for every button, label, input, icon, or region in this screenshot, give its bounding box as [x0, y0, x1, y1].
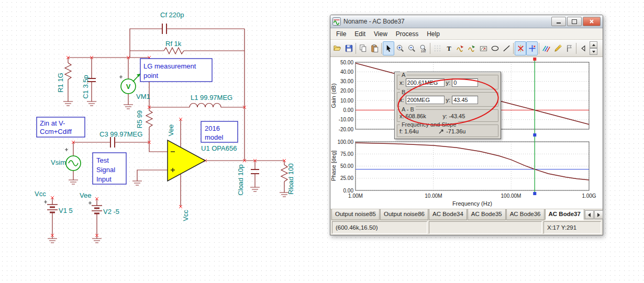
cursor-b-icon — [528, 44, 537, 53]
minimize-button[interactable] — [551, 17, 566, 26]
toolbar-separator — [513, 43, 514, 54]
save-button[interactable] — [343, 41, 354, 55]
cursor-b-tool-button[interactable] — [526, 41, 538, 55]
note-text: 2016 — [205, 124, 220, 132]
x-label: x: — [399, 80, 404, 86]
cursor-diff-x-value: 608.86k — [406, 113, 441, 119]
x-tick: 100.00M — [501, 193, 521, 199]
lg-measurement-note[interactable]: LG measurement point — [140, 59, 212, 82]
resistor-r5[interactable] — [146, 110, 152, 127]
circuit-schematic[interactable]: V LG measurement point Zin at V- Ccm+Cdi… — [0, 0, 327, 283]
label-vee-v2: Vee — [80, 191, 91, 199]
open-button[interactable] — [331, 41, 343, 55]
frequency-meter-button[interactable] — [478, 41, 489, 55]
tab-ac-bode36[interactable]: AC Bode36 — [506, 209, 545, 220]
resistor-r1[interactable] — [65, 63, 71, 80]
menu-item-view[interactable]: View — [370, 29, 392, 39]
zin-note[interactable]: Zin at V- Ccm+Cdiff — [37, 117, 85, 137]
pen-tool-button[interactable] — [552, 41, 563, 55]
tab-ac-bode34[interactable]: AC Bode34 — [429, 209, 467, 220]
source-vsim[interactable] — [66, 156, 81, 171]
tab-scroll-right-button[interactable] — [594, 210, 603, 219]
capacitor-c3[interactable] — [110, 137, 115, 148]
menu-item-help[interactable]: Help — [423, 29, 444, 39]
paste-button[interactable] — [369, 41, 380, 55]
maximize-button[interactable] — [567, 17, 582, 26]
zoom-100-icon: 100 — [419, 44, 428, 53]
note-text: point — [143, 72, 159, 80]
capacitor-cload[interactable] — [251, 169, 259, 174]
resistor-rf[interactable] — [164, 48, 184, 54]
tab-ac-bode35[interactable]: AC Bode35 — [468, 209, 506, 220]
status-coordinates: (600.46k,16.50) — [332, 221, 427, 234]
window-title: Noname - AC Bode37 — [343, 18, 550, 25]
gain-axis-label: Gain (dB) — [330, 83, 337, 108]
gain-tick: -20.00 — [339, 127, 354, 132]
line-tool-button[interactable] — [501, 41, 512, 55]
copy-button[interactable] — [357, 41, 369, 55]
pointer-tool-button[interactable] — [383, 41, 394, 55]
statusbar: (600.46k,16.50) X:17 Y:291 — [330, 220, 603, 235]
x-tick: 1.00M — [348, 193, 363, 199]
capacitor-cf[interactable] — [162, 24, 166, 34]
tab-scroll-left-button[interactable] — [585, 210, 594, 219]
ellipse-tool-button[interactable] — [489, 41, 501, 55]
close-button[interactable] — [583, 17, 601, 26]
note-text: Signal — [96, 166, 115, 174]
menu-item-edit[interactable]: Edit — [350, 29, 370, 39]
plot-area: 50.00 40.00 30.00 20.00 10.00 0.00 -10.0… — [330, 57, 603, 209]
cursor-handle-bottom[interactable] — [533, 192, 536, 195]
label-c1: C1 3.5p — [82, 75, 90, 99]
slope-arrow-icon — [438, 128, 445, 134]
tab-ac-bode37[interactable]: AC Bode37 — [545, 209, 584, 220]
slope-value: -71.36u — [446, 128, 465, 134]
cursor-handle-mid[interactable] — [533, 133, 536, 137]
test-signal-note[interactable]: Test Signal Input — [93, 153, 126, 184]
toolbar-separator — [430, 43, 430, 54]
cursor-a-tool-button[interactable] — [515, 41, 526, 55]
close-icon — [589, 19, 594, 24]
probe-b-button[interactable] — [466, 41, 478, 55]
slope-lines-button[interactable] — [540, 41, 552, 55]
cursor-diff-y-value: -43.45 — [449, 113, 465, 119]
label-cload: Cload 10p — [237, 164, 245, 195]
cursor-b-y-input[interactable]: 43.45 — [452, 96, 478, 104]
desktop: V LG measurement point Zin at V- Ccm+Cdi… — [0, 0, 644, 283]
spin-down-button[interactable] — [590, 48, 597, 55]
model-note[interactable]: 2016 model — [201, 121, 238, 142]
scroll-left-button[interactable] — [578, 41, 589, 55]
gain-tick: 50.00 — [340, 60, 353, 65]
text-tool-button[interactable]: T — [443, 41, 454, 55]
opamp-u1[interactable] — [168, 140, 205, 181]
menu-item-file[interactable]: File — [332, 29, 350, 39]
titlebar[interactable]: Noname - AC Bode37 — [330, 15, 603, 28]
flag-tool-button[interactable] — [563, 41, 575, 55]
battery-v2[interactable] — [92, 206, 102, 213]
label-vcc-opamp: Vcc — [182, 210, 190, 221]
zoom-in-icon — [396, 44, 405, 53]
line-tool-icon — [502, 44, 511, 53]
zoom-100-button[interactable]: 100 — [417, 41, 429, 55]
menu-item-process[interactable]: Process — [392, 29, 423, 39]
cursor-handle-top[interactable] — [533, 58, 536, 61]
probe-a-button[interactable] — [454, 41, 466, 55]
cursor-diff-group: A - B x: 608.86k y: -43.45 — [397, 109, 498, 122]
voltmeter-vm1[interactable]: V — [121, 74, 140, 94]
grid-icon — [433, 44, 442, 53]
cursor-a-y-input[interactable]: 0 — [452, 78, 478, 87]
cursor-readout-panel[interactable]: A x: 200.61MEG y: 0 B x: 200MEG y: 43.45 — [394, 72, 501, 139]
inductor-l1[interactable] — [190, 104, 221, 108]
ellipse-tool-icon — [491, 44, 499, 53]
cursor-b-x-input[interactable]: 200MEG — [406, 96, 445, 104]
tab-output-noise86[interactable]: Output noise86 — [380, 209, 428, 220]
cursor-a-x-input[interactable]: 200.61MEG — [406, 78, 445, 87]
zoom-in-button[interactable] — [394, 41, 406, 55]
toolbar-separator — [356, 43, 356, 54]
note-text: Zin at V- — [40, 119, 65, 127]
zoom-out-button[interactable] — [406, 41, 417, 55]
label-rf: Rf 1k — [165, 40, 182, 48]
tab-output-noise85[interactable]: Output noise85 — [331, 209, 380, 220]
grid-toggle-button[interactable] — [431, 41, 443, 55]
spin-up-button[interactable] — [590, 41, 597, 48]
battery-v1[interactable] — [47, 205, 58, 212]
